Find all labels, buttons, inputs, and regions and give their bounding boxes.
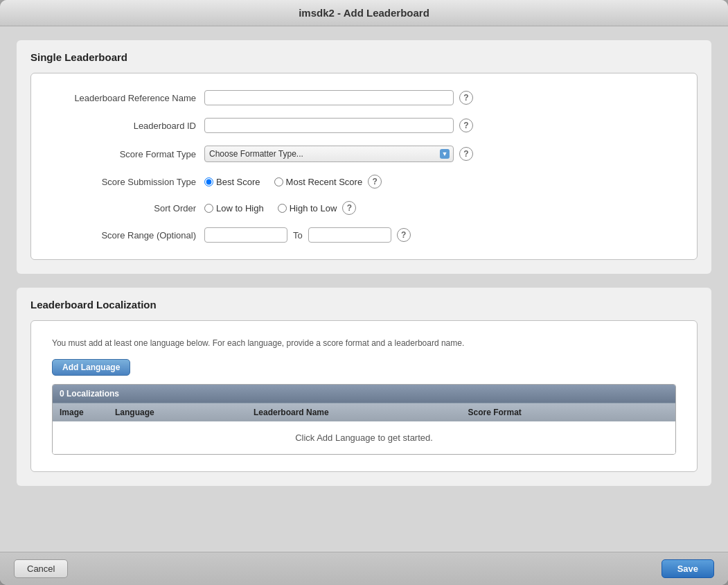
reference-name-row: Leaderboard Reference Name ? bbox=[52, 90, 676, 105]
sort-order-controls: Low to High High to Low ? bbox=[204, 201, 676, 215]
score-format-type-label: Score Format Type bbox=[52, 149, 204, 159]
single-leaderboard-form: Leaderboard Reference Name ? Leaderboard… bbox=[30, 73, 698, 260]
leaderboard-id-controls: ? bbox=[204, 118, 676, 133]
table-column-headers: Image Language Leaderboard Name Score Fo… bbox=[53, 403, 675, 421]
single-leaderboard-section: Single Leaderboard Leaderboard Reference… bbox=[17, 40, 711, 274]
score-format-type-controls: Choose Formatter Type... ▼ ? bbox=[204, 146, 676, 162]
low-to-high-label: Low to High bbox=[216, 203, 264, 213]
window-title: imsdk2 - Add Leaderboard bbox=[11, 7, 717, 19]
best-score-radio[interactable] bbox=[204, 177, 213, 186]
col-header-score-format: Score Format bbox=[461, 403, 676, 421]
leaderboard-id-row: Leaderboard ID ? bbox=[52, 118, 676, 133]
score-range-label: Score Range (Optional) bbox=[52, 230, 204, 241]
score-range-row: Score Range (Optional) To ? bbox=[52, 227, 676, 243]
score-submission-type-controls: Best Score Most Recent Score ? bbox=[204, 175, 676, 189]
table-empty-message: Click Add Language to get started. bbox=[295, 433, 433, 443]
score-range-help-button[interactable]: ? bbox=[397, 228, 411, 242]
score-format-type-select[interactable]: Choose Formatter Type... bbox=[204, 146, 454, 162]
score-submission-radio-group: Best Score Most Recent Score bbox=[204, 177, 362, 187]
sort-order-row: Sort Order Low to High High to Low bbox=[52, 201, 676, 215]
col-header-language: Language bbox=[108, 403, 247, 421]
high-to-low-label: High to Low bbox=[290, 203, 337, 213]
table-empty-row: Click Add Language to get started. bbox=[53, 421, 675, 454]
cancel-button[interactable]: Cancel bbox=[14, 559, 68, 578]
score-format-type-help-button[interactable]: ? bbox=[459, 147, 473, 161]
score-range-from-input[interactable] bbox=[204, 227, 287, 243]
leaderboard-id-help-button[interactable]: ? bbox=[459, 119, 473, 132]
localization-instruction: You must add at least one language below… bbox=[52, 338, 676, 349]
sort-order-label: Sort Order bbox=[52, 203, 204, 213]
localization-section-title: Leaderboard Localization bbox=[30, 299, 698, 311]
score-format-type-select-wrap: Choose Formatter Type... ▼ bbox=[204, 146, 454, 162]
add-language-button[interactable]: Add Language bbox=[52, 359, 130, 376]
high-to-low-radio[interactable] bbox=[278, 204, 287, 213]
reference-name-help-button[interactable]: ? bbox=[459, 91, 473, 105]
col-header-image: Image bbox=[53, 403, 108, 421]
high-to-low-radio-label[interactable]: High to Low bbox=[278, 203, 337, 213]
best-score-label: Best Score bbox=[216, 177, 260, 187]
reference-name-controls: ? bbox=[204, 90, 676, 105]
localization-form: You must add at least one language below… bbox=[30, 320, 698, 472]
most-recent-score-label: Most Recent Score bbox=[286, 177, 363, 187]
score-submission-type-row: Score Submission Type Best Score Most Re… bbox=[52, 175, 676, 189]
low-to-high-radio-label[interactable]: Low to High bbox=[204, 203, 264, 213]
sort-order-radio-group: Low to High High to Low bbox=[204, 203, 337, 213]
table-count-header: 0 Localizations bbox=[53, 385, 675, 403]
score-format-type-row: Score Format Type Choose Formatter Type.… bbox=[52, 146, 676, 162]
reference-name-label: Leaderboard Reference Name bbox=[52, 93, 204, 103]
col-header-leaderboard-name: Leaderboard Name bbox=[247, 403, 461, 421]
sort-order-help-button[interactable]: ? bbox=[342, 201, 356, 215]
leaderboard-id-label: Leaderboard ID bbox=[52, 121, 204, 131]
score-submission-type-label: Score Submission Type bbox=[52, 177, 204, 187]
most-recent-score-radio-label[interactable]: Most Recent Score bbox=[274, 177, 363, 187]
score-range-to-input[interactable] bbox=[308, 227, 391, 243]
localization-section: Leaderboard Localization You must add at… bbox=[17, 288, 711, 486]
save-button[interactable]: Save bbox=[662, 559, 714, 578]
most-recent-score-radio[interactable] bbox=[274, 177, 283, 186]
bottom-bar: Cancel Save bbox=[0, 552, 728, 585]
low-to-high-radio[interactable] bbox=[204, 204, 213, 213]
title-bar: imsdk2 - Add Leaderboard bbox=[0, 0, 728, 26]
score-submission-help-button[interactable]: ? bbox=[368, 175, 382, 189]
reference-name-input[interactable] bbox=[204, 90, 454, 105]
localizations-count-label: 0 Localizations bbox=[60, 389, 119, 399]
main-window: imsdk2 - Add Leaderboard Single Leaderbo… bbox=[0, 0, 728, 585]
single-leaderboard-title: Single Leaderboard bbox=[30, 51, 698, 63]
score-range-to-label: To bbox=[293, 230, 303, 241]
best-score-radio-label[interactable]: Best Score bbox=[204, 177, 260, 187]
score-range-controls: To ? bbox=[204, 227, 676, 243]
leaderboard-id-input[interactable] bbox=[204, 118, 454, 133]
score-range-inputs: To bbox=[204, 227, 391, 243]
window-body: Single Leaderboard Leaderboard Reference… bbox=[0, 26, 728, 552]
localizations-table: 0 Localizations Image Language Leaderboa… bbox=[52, 384, 676, 455]
